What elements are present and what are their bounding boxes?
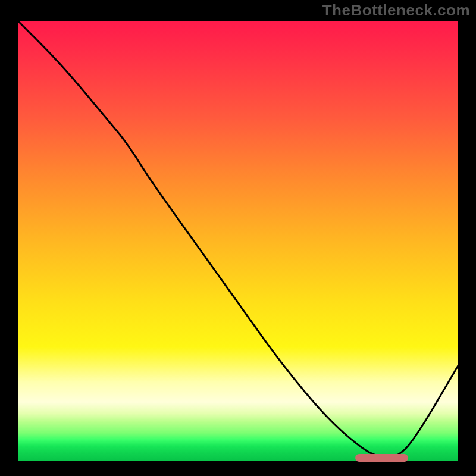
chart-frame: TheBottleneck.com: [0, 0, 476, 476]
optimum-marker: [355, 454, 408, 462]
watermark-text: TheBottleneck.com: [322, 1, 470, 20]
plot-area: [17, 20, 459, 462]
bottleneck-curve: [17, 20, 459, 462]
